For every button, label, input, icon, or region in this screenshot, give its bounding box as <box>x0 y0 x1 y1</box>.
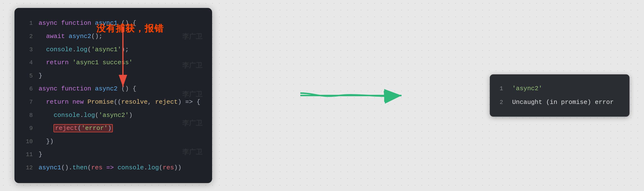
line-num: 8 <box>24 109 33 122</box>
out-num: 1 <box>500 82 507 95</box>
code-line-5: 5 } <box>24 69 202 82</box>
line-num: 10 <box>24 136 33 148</box>
line-num: 9 <box>24 122 33 135</box>
output-line-1: 1 'async2' <box>500 82 620 95</box>
out-num: 2 <box>500 96 507 109</box>
line-num: 7 <box>24 96 33 108</box>
code-line-8: 8 console.log('async2') <box>24 109 202 122</box>
line-num: 11 <box>24 149 33 161</box>
output-line-2: 2 Uncaught (in promise) error <box>500 95 620 109</box>
out-content: Uncaught (in promise) error <box>512 95 614 109</box>
line-num: 5 <box>24 70 33 82</box>
code-line-9: 9 reject('error') <box>24 122 202 135</box>
code-line-11: 11 } <box>24 148 202 161</box>
annotation-label: 没有捕获，报错 <box>96 22 164 35</box>
line-content: console.log('async2') <box>38 109 202 122</box>
line-num: 4 <box>24 57 33 69</box>
code-line-10: 10 }) <box>24 135 202 148</box>
line-content: async1().then(res => console.log(res)) <box>38 161 202 175</box>
line-content: } <box>38 69 202 82</box>
page-layout: 没有捕获，报错 李广卫 李广卫 李广卫 李广卫 李广卫 1 async func… <box>14 8 630 183</box>
out-content: 'async2' <box>512 82 542 95</box>
line-content: return new Promise((resolve, reject) => … <box>38 95 202 109</box>
connector-area <box>212 71 490 120</box>
code-line-6: 6 async function async2 () { <box>24 82 202 95</box>
code-line-3: 3 console.log('async1'); <box>24 43 202 56</box>
line-num: 2 <box>24 30 33 43</box>
line-num: 12 <box>24 162 33 174</box>
green-arrow <box>296 71 406 120</box>
code-line-12: 12 async1().then(res => console.log(res)… <box>24 161 202 175</box>
line-num: 1 <box>24 17 33 29</box>
line-num: 3 <box>24 44 33 56</box>
line-num: 6 <box>24 83 33 95</box>
line-content: async function async2 () { <box>38 82 202 95</box>
code-line-4: 4 return 'async1 success' <box>24 56 202 69</box>
code-panel: 没有捕获，报错 李广卫 李广卫 李广卫 李广卫 李广卫 1 async func… <box>14 8 212 183</box>
line-content: } <box>38 148 202 161</box>
line-content: }) <box>38 135 202 148</box>
line-content: return 'async1 success' <box>38 56 202 69</box>
output-panel: 1 'async2' 2 Uncaught (in promise) error <box>490 74 630 117</box>
code-line-7: 7 return new Promise((resolve, reject) =… <box>24 95 202 109</box>
line-content: reject('error') <box>38 122 202 135</box>
line-content: console.log('async1'); <box>38 43 202 56</box>
